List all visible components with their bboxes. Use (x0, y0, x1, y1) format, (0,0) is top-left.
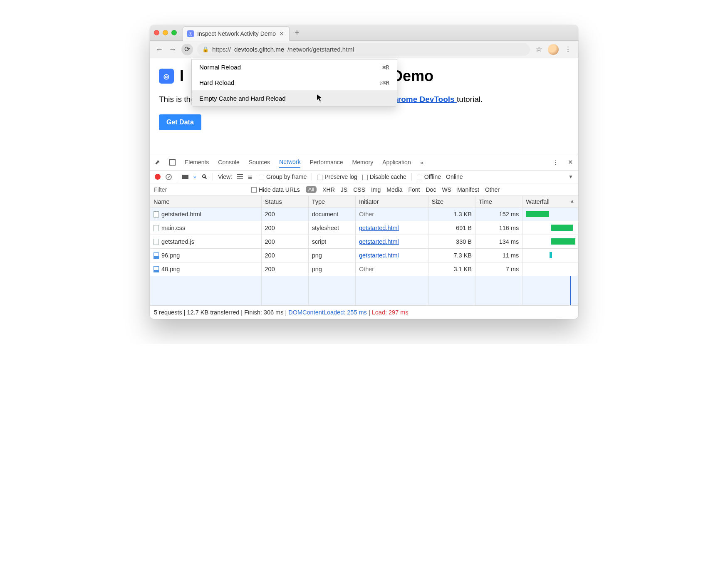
tab-elements[interactable]: Elements (185, 157, 209, 167)
offline-checkbox[interactable]: Offline (417, 173, 441, 180)
devtools-panel: ⬈ Elements Console Sources Network Perfo… (150, 154, 578, 319)
cell-waterfall (522, 221, 578, 235)
initiator-link[interactable]: getstarted.html (359, 225, 399, 231)
filter-type-font[interactable]: Font (408, 186, 420, 193)
reload-context-menu: Normal Reload ⌘R Hard Reload ⇧⌘R Empty C… (191, 59, 397, 106)
clear-icon[interactable] (166, 174, 172, 180)
search-icon[interactable]: 🔍︎ (201, 173, 208, 181)
address-bar[interactable]: 🔒 https://devtools.glitch.me/network/get… (197, 43, 530, 56)
profile-avatar[interactable] (548, 44, 559, 55)
col-name[interactable]: Name (150, 196, 262, 208)
filter-toggle-icon[interactable]: ▿ (193, 173, 196, 180)
cell-initiator: getstarted.html (355, 249, 428, 262)
device-toggle-icon[interactable] (169, 159, 176, 166)
more-tabs-icon[interactable]: » (420, 159, 423, 166)
tab-title: Inspect Network Activity Demo (197, 30, 276, 37)
initiator-link[interactable]: getstarted.html (359, 238, 399, 245)
network-status-bar: 5 requests | 12.7 KB transferred | Finis… (150, 305, 578, 319)
filter-all-pill[interactable]: All (306, 186, 317, 193)
tab-application[interactable]: Application (382, 157, 411, 167)
forward-button[interactable]: → (168, 45, 177, 54)
table-row[interactable]: getstarted.js 200 script getstarted.html… (150, 235, 578, 249)
hide-data-urls-checkbox[interactable]: Hide data URLs (251, 186, 300, 193)
cell-type: png (308, 262, 355, 276)
tab-console[interactable]: Console (218, 157, 239, 167)
filter-type-css[interactable]: CSS (353, 186, 365, 193)
col-time[interactable]: Time (475, 196, 522, 208)
tab-network[interactable]: Network (279, 157, 300, 168)
filter-type-ws[interactable]: WS (442, 186, 451, 193)
filter-type-media[interactable]: Media (386, 186, 402, 193)
drawer-toggle-icon[interactable]: ▼ (568, 174, 573, 180)
cell-name: main.css (150, 221, 262, 235)
inspect-element-icon[interactable]: ⬈ (155, 158, 160, 166)
group-by-frame-checkbox[interactable]: Group by frame (259, 173, 307, 180)
cell-name: getstarted.js (150, 235, 262, 249)
get-data-button[interactable]: Get Data (159, 114, 201, 130)
tab-memory[interactable]: Memory (352, 157, 374, 167)
table-row[interactable]: 48.png 200 png Other 3.1 KB 7 ms (150, 262, 578, 276)
menuitem-normal-reload[interactable]: Normal Reload ⌘R (192, 59, 397, 75)
screenshot-icon[interactable] (182, 175, 188, 179)
url-protocol: https:// (212, 46, 231, 53)
cell-waterfall (522, 249, 578, 262)
cell-initiator: Other (355, 262, 428, 276)
devtools-close-icon[interactable]: ✕ (568, 158, 573, 166)
cell-status: 200 (261, 262, 308, 276)
filter-type-other[interactable]: Other (485, 186, 500, 193)
cell-type: document (308, 208, 355, 221)
col-size[interactable]: Size (428, 196, 475, 208)
large-rows-icon[interactable] (237, 174, 243, 179)
col-status[interactable]: Status (261, 196, 308, 208)
close-window-button[interactable] (154, 30, 159, 35)
col-waterfall[interactable]: Waterfall▲ (522, 196, 578, 208)
menuitem-empty-cache-hard-reload[interactable]: Empty Cache and Hard Reload (192, 90, 397, 106)
filter-type-img[interactable]: Img (371, 186, 381, 193)
cell-time: 152 ms (475, 208, 522, 221)
cell-name: 96.png (150, 249, 262, 262)
cell-size: 7.3 KB (428, 249, 475, 262)
filter-type-js[interactable]: JS (341, 186, 347, 193)
table-row[interactable]: main.css 200 stylesheet getstarted.html … (150, 221, 578, 235)
filter-type-xhr[interactable]: XHR (322, 186, 335, 193)
back-button[interactable]: ← (155, 45, 164, 54)
minimize-window-button[interactable] (163, 30, 168, 35)
zoom-window-button[interactable] (171, 30, 177, 35)
table-row[interactable]: getstarted.html 200 document Other 1.3 K… (150, 208, 578, 221)
col-initiator[interactable]: Initiator (355, 196, 428, 208)
navigation-toolbar: ← → ⟳ 🔒 https://devtools.glitch.me/netwo… (150, 41, 578, 58)
cell-time: 7 ms (475, 262, 522, 276)
record-button[interactable] (155, 174, 161, 180)
small-rows-icon[interactable] (248, 174, 254, 179)
tab-sources[interactable]: Sources (249, 157, 270, 167)
cell-size: 3.1 KB (428, 262, 475, 276)
browser-tab[interactable]: ◎ Inspect Network Activity Demo ✕ (183, 26, 290, 41)
filter-input[interactable] (154, 186, 245, 193)
cell-name: 48.png (150, 262, 262, 276)
disable-cache-checkbox[interactable]: Disable cache (362, 173, 406, 180)
cell-size: 691 B (428, 221, 475, 235)
bookmark-star-icon[interactable]: ☆ (534, 45, 544, 54)
network-filter-bar: Hide data URLs All XHR JS CSS Img Media … (150, 183, 578, 196)
tab-close-icon[interactable]: ✕ (279, 30, 284, 37)
menuitem-hard-reload[interactable]: Hard Reload ⇧⌘R (192, 75, 397, 90)
table-row[interactable]: 96.png 200 png getstarted.html 7.3 KB 11… (150, 249, 578, 262)
file-icon (154, 266, 159, 272)
devtools-settings-icon[interactable]: ⋮ (552, 158, 559, 166)
cell-type: stylesheet (308, 221, 355, 235)
initiator-link[interactable]: getstarted.html (359, 252, 399, 259)
filter-type-manifest[interactable]: Manifest (457, 186, 479, 193)
col-type[interactable]: Type (308, 196, 355, 208)
throttling-select[interactable]: Online (446, 173, 463, 180)
browser-menu-icon[interactable]: ⋮ (563, 45, 573, 54)
reload-button[interactable]: ⟳ (181, 44, 193, 55)
filter-type-doc[interactable]: Doc (426, 186, 436, 193)
new-tab-button[interactable]: + (295, 28, 300, 37)
menuitem-shortcut: ⇧⌘R (379, 79, 389, 86)
status-transferred: 12.7 KB transferred (187, 309, 240, 316)
status-load: Load: 297 ms (372, 309, 409, 316)
menuitem-shortcut: ⌘R (382, 64, 389, 71)
preserve-log-checkbox[interactable]: Preserve log (317, 173, 357, 180)
file-icon (154, 252, 159, 259)
tab-performance[interactable]: Performance (310, 157, 343, 167)
